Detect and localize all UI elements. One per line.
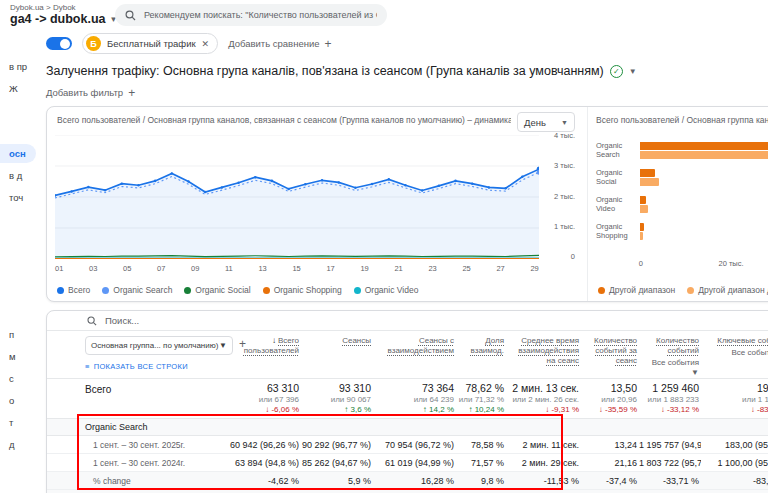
- line-chart-legend: ВсегоOrganic SearchOrganic SocialOrganic…: [57, 285, 587, 295]
- report-title-row: Залучення трафіку: Основна група каналів…: [46, 64, 758, 78]
- legend-dot-icon: [687, 287, 694, 294]
- chevron-down-icon[interactable]: ▼: [629, 67, 637, 76]
- line-chart-pane: Всего пользователей / Основная группа ка…: [47, 107, 587, 301]
- sidebar-item[interactable]: о: [0, 391, 36, 410]
- property-selector[interactable]: ga4 -> dubok.ua ▼: [10, 12, 117, 26]
- add-filter-button[interactable]: Добавить фильтр +: [46, 87, 135, 98]
- sidebar-item[interactable]: п: [0, 325, 36, 344]
- table-search-input[interactable]: Поиск...: [47, 311, 768, 331]
- legend-dot-icon: [598, 287, 605, 294]
- column-header[interactable]: Количество событийВсе события ▼: [639, 331, 701, 378]
- bar-chart-x-axis: 020 тыс.: [640, 259, 768, 269]
- legend-item[interactable]: Organic Social: [184, 285, 250, 295]
- chevron-down-icon: ▼: [561, 119, 568, 126]
- bar[interactable]: [640, 169, 655, 177]
- bar-row: Organic Search: [596, 137, 768, 164]
- page-title: Залучення трафіку: Основна група каналів…: [46, 64, 604, 78]
- dimension-select[interactable]: Основная группа... по умолчанию) ▼: [85, 336, 233, 355]
- bar[interactable]: [640, 205, 648, 213]
- column-header[interactable]: Среднее время взаимодействия на сеанс: [506, 331, 581, 378]
- table-body: Organic Search1 сент. – 30 сент. 2025г.6…: [47, 419, 768, 493]
- comparison-chip[interactable]: Б Бесплатный трафик ✕: [82, 33, 218, 54]
- add-comparison-label: Добавить сравнение: [228, 38, 319, 49]
- legend-item[interactable]: Organic Video: [354, 285, 419, 295]
- column-header[interactable]: Ключевые событияВсе события ▼: [701, 331, 768, 378]
- bar-category-label: Organic Search: [596, 142, 640, 159]
- bar-category-label: Organic Shopping: [596, 223, 640, 240]
- global-search[interactable]: Рекомендуем поискать: "Количество пользо…: [115, 4, 387, 26]
- bar[interactable]: [640, 232, 643, 240]
- legend-dot-icon: [354, 287, 361, 294]
- line-chart-x-axis: 010305070911131517192123252729: [55, 264, 539, 273]
- interval-select[interactable]: День ▼: [517, 112, 575, 132]
- bar[interactable]: [640, 178, 659, 186]
- sort-descending-icon[interactable]: ↓: [272, 336, 276, 345]
- table-header-row: Основная группа... по умолчанию) ▼ + ≡ П…: [47, 331, 768, 379]
- bar[interactable]: [640, 196, 646, 204]
- rows-icon: ≡: [85, 362, 90, 372]
- channel-group-row[interactable]: Organic Search: [47, 419, 768, 436]
- legend-item[interactable]: Другой диапазон: [598, 285, 675, 295]
- toggle-knob: [60, 39, 70, 49]
- comparison-toggle[interactable]: [46, 37, 72, 50]
- line-chart-plot[interactable]: [55, 135, 539, 259]
- bar-chart-plot[interactable]: Organic SearchOrganic SocialOrganic Vide…: [596, 137, 768, 245]
- interval-label: День: [524, 117, 546, 128]
- chip-label: Бесплатный трафик: [107, 38, 196, 49]
- bar-category-label: Organic Social: [596, 169, 640, 186]
- close-icon[interactable]: ✕: [202, 39, 210, 49]
- sidebar-item[interactable]: с: [0, 369, 36, 388]
- totals-cell: 73 364или 64 239↑ 14,2 %: [373, 379, 456, 418]
- sidebar-item[interactable]: Ж: [0, 79, 36, 98]
- sidebar-item[interactable]: в д: [0, 166, 36, 185]
- comparison-bar: Б Бесплатный трафик ✕ Добавить сравнение…: [36, 31, 768, 56]
- bar-category-label: Organic Video: [596, 196, 640, 213]
- column-header[interactable]: Количество событий за сеанс: [581, 331, 639, 378]
- sidebar-item[interactable]: точ: [0, 188, 36, 207]
- line-chart-y-axis: 4 тыс.3 тыс.2 тыс.1 тыс.0: [554, 131, 575, 261]
- chip-avatar: Б: [86, 36, 101, 51]
- line-chart-title: Всего пользователей / Основная группа ка…: [57, 115, 511, 125]
- column-header[interactable]: Сеансы с взаимодействием: [373, 331, 456, 378]
- table-row: 1 сент. – 30 сент. 2025г.60 942 (96,26 %…: [47, 436, 768, 454]
- bar-row: Organic Social: [596, 164, 768, 191]
- legend-item[interactable]: Organic Search: [102, 285, 172, 295]
- legend-dot-icon: [102, 287, 109, 294]
- report-nav: в прЖоснв дточпмсотд: [0, 56, 36, 493]
- sidebar-item[interactable]: в пр: [0, 57, 36, 76]
- totals-cell: 192,00или 1 157,00↓ -83,40 %: [701, 379, 768, 418]
- add-filter-label: Добавить фильтр: [46, 87, 123, 98]
- bar[interactable]: [640, 151, 768, 159]
- totals-cell: 93 310или 90 067↑ 3,6 %: [301, 379, 373, 418]
- bar[interactable]: [640, 142, 768, 150]
- plus-icon: +: [128, 88, 135, 98]
- main-content: Залучення трафіку: Основна група каналів…: [36, 56, 768, 493]
- legend-item[interactable]: Другой диапазон для сравнения: [687, 285, 768, 295]
- totals-cell: 63 310или 67 396↓ -6,06 %: [217, 379, 301, 418]
- charts-card: Всего пользователей / Основная группа ка…: [46, 106, 768, 302]
- search-suggestion: Рекомендуем поискать: "Количество пользо…: [144, 10, 377, 20]
- column-header[interactable]: Сеансы: [301, 331, 373, 378]
- totals-cell: 2 мин. 13 сек.или 2 мин. 26 сек.↓ -9,31 …: [506, 379, 581, 418]
- legend-dot-icon: [57, 287, 64, 294]
- table-row: % change-4,62 %5,9 %16,28 %9,8 %-11,53 %…: [47, 472, 768, 490]
- totals-cell: 78,62 %или 71,32 %↑ 10,24 %: [456, 379, 506, 418]
- top-bar: Dybok.ua > Dybok ga4 -> dubok.ua ▼ Реком…: [0, 0, 768, 30]
- add-dimension-button[interactable]: +: [239, 339, 246, 349]
- totals-label: Всего: [47, 379, 217, 418]
- search-icon: [125, 10, 136, 21]
- add-comparison-button[interactable]: Добавить сравнение +: [228, 38, 331, 49]
- legend-item[interactable]: Organic Shopping: [263, 285, 342, 295]
- data-quality-icon[interactable]: ✓: [610, 65, 623, 78]
- legend-item[interactable]: Всего: [57, 285, 90, 295]
- breadcrumb: Dybok.ua > Dybok: [10, 3, 76, 12]
- sidebar-item[interactable]: т: [0, 413, 36, 432]
- column-header[interactable]: Доля взаимод.: [456, 331, 506, 378]
- bar[interactable]: [640, 223, 644, 231]
- show-all-rows-link[interactable]: ≡ ПОКАЗАТЬ ВСЕ СТРОКИ: [85, 362, 188, 372]
- sidebar-item[interactable]: осн: [0, 144, 36, 163]
- ga4-app: Dybok.ua > Dybok ga4 -> dubok.ua ▼ Реком…: [0, 0, 768, 493]
- sidebar-item[interactable]: м: [0, 347, 36, 366]
- bar-row: Organic Video: [596, 191, 768, 218]
- sidebar-item[interactable]: д: [0, 435, 36, 454]
